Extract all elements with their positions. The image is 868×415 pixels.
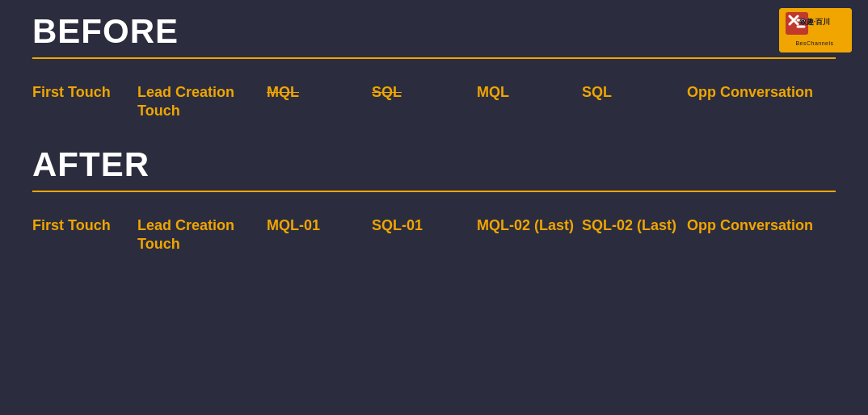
after-row: First TouchLead Creation TouchMQL-01SQL-… xyxy=(32,208,836,270)
before-section: BEFORE First TouchLead Creation TouchMQL… xyxy=(0,0,868,137)
before-cell-0: First Touch xyxy=(32,83,137,102)
before-cell-5: SQL xyxy=(582,83,687,102)
before-cell-4: MQL xyxy=(477,83,582,102)
after-cell-1: Lead Creation Touch xyxy=(137,216,267,254)
after-cell-5: SQL-02 (Last) xyxy=(582,216,687,235)
after-cell-2: MQL-01 xyxy=(267,216,372,235)
before-cell-6: Opp Conversation xyxy=(687,83,836,102)
before-cell-1: Lead Creation Touch xyxy=(137,83,267,121)
after-cell-0: First Touch xyxy=(32,216,137,235)
after-divider xyxy=(32,191,836,192)
after-cell-3: SQL-01 xyxy=(372,216,477,235)
before-divider xyxy=(32,57,836,59)
after-cell-6: Opp Conversation xyxy=(687,216,836,235)
after-title: AFTER xyxy=(32,145,836,184)
logo: 致趣·百川 BesChannels xyxy=(779,8,852,52)
before-title: BEFORE xyxy=(32,12,836,51)
svg-text:致趣·百川: 致趣·百川 xyxy=(799,18,831,26)
before-row: First TouchLead Creation TouchMQLSQLMQLS… xyxy=(32,75,836,137)
after-section: AFTER First TouchLead Creation TouchMQL-… xyxy=(0,137,868,270)
before-cell-3: SQL xyxy=(372,83,477,102)
after-cell-4: MQL-02 (Last) xyxy=(477,216,582,235)
svg-text:BesChannels: BesChannels xyxy=(795,40,833,46)
before-cell-2: MQL xyxy=(267,83,372,102)
